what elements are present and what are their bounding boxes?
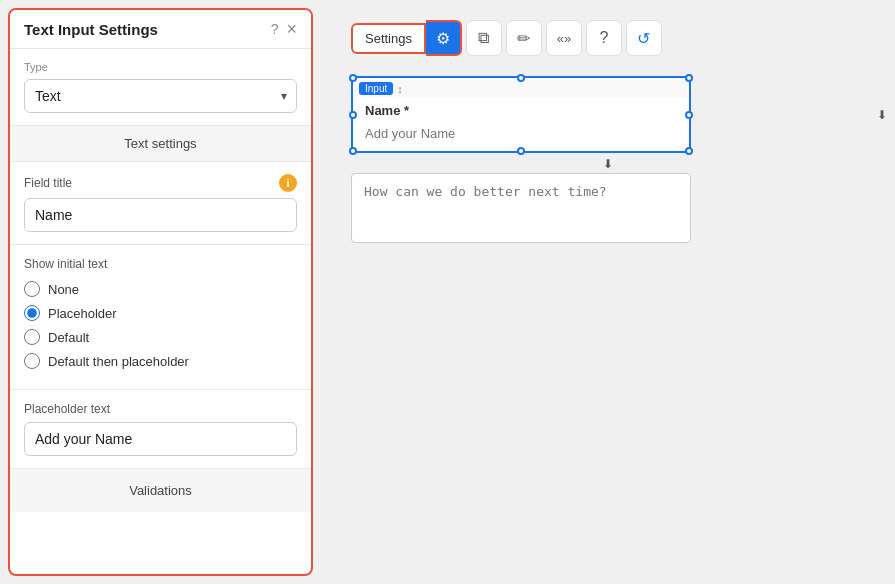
gear-button[interactable]: ⚙	[426, 20, 462, 56]
code-icon: «»	[557, 31, 571, 46]
input-badge: Input	[359, 82, 393, 95]
field-title-input[interactable]	[24, 198, 297, 232]
question-icon: ?	[600, 29, 609, 47]
type-select-wrapper: Text Email Number Password ▾	[24, 79, 297, 113]
placeholder-input[interactable]	[24, 422, 297, 456]
toolbar: Settings ⚙ ⧉ ✏ «» ? ↺	[351, 20, 662, 56]
panel-title: Text Input Settings	[24, 21, 158, 38]
form-field-input[interactable]	[355, 120, 687, 149]
radio-default-label: Default	[48, 330, 89, 345]
close-button[interactable]: ×	[286, 20, 297, 38]
right-area: Settings ⚙ ⧉ ✏ «» ? ↺ Input ↕	[321, 0, 895, 584]
placeholder-label: Placeholder text	[24, 402, 110, 416]
validations-footer[interactable]: Validations	[10, 469, 311, 512]
input-widget-top-bar: Input ↕	[355, 80, 687, 97]
copy-button[interactable]: ⧉	[466, 20, 502, 56]
show-initial-text-label: Show initial text	[24, 257, 297, 271]
move-icon: ↕	[397, 83, 403, 95]
radio-placeholder-input[interactable]	[24, 305, 40, 321]
edit-button[interactable]: ✏	[506, 20, 542, 56]
gear-icon: ⚙	[436, 29, 450, 48]
code-button[interactable]: «»	[546, 20, 582, 56]
radio-default[interactable]: Default	[24, 329, 297, 345]
settings-button-group: Settings ⚙	[351, 20, 462, 56]
radio-placeholder[interactable]: Placeholder	[24, 305, 297, 321]
text-settings-header: Text settings	[10, 126, 311, 162]
show-initial-text-section: Show initial text None Placeholder Defau…	[10, 245, 311, 390]
form-field-label: Name *	[355, 97, 687, 120]
placeholder-label-row: Placeholder text	[24, 402, 297, 416]
radio-none-input[interactable]	[24, 281, 40, 297]
textarea-widget[interactable]	[351, 173, 691, 243]
input-widget-wrapper: Input ↕ Name * ⬇ ⬇	[351, 76, 865, 153]
download-icon-bottom: ⬇	[603, 157, 613, 171]
type-section: Type Text Email Number Password ▾	[10, 49, 311, 126]
refresh-icon: ↺	[637, 29, 650, 48]
type-select[interactable]: Text Email Number Password	[24, 79, 297, 113]
field-title-section: Field title i	[10, 162, 311, 245]
help-button[interactable]: ?	[271, 22, 279, 36]
copy-icon: ⧉	[478, 29, 489, 47]
pencil-icon: ✏	[517, 29, 530, 48]
input-widget[interactable]: Input ↕ Name *	[351, 76, 691, 153]
help-toolbar-button[interactable]: ?	[586, 20, 622, 56]
radio-none[interactable]: None	[24, 281, 297, 297]
info-icon[interactable]: i	[279, 174, 297, 192]
settings-button[interactable]: Settings	[351, 23, 426, 54]
radio-dtp-label: Default then placeholder	[48, 354, 189, 369]
radio-placeholder-label: Placeholder	[48, 306, 117, 321]
field-title-label: Field title	[24, 176, 72, 190]
panel-header-icons: ? ×	[271, 20, 297, 38]
link-button[interactable]: ↺	[626, 20, 662, 56]
radio-default-then-placeholder[interactable]: Default then placeholder	[24, 353, 297, 369]
settings-panel: Text Input Settings ? × Type Text Email …	[8, 8, 313, 576]
radio-dtp-input[interactable]	[24, 353, 40, 369]
radio-none-label: None	[48, 282, 79, 297]
settings-label: Settings	[365, 31, 412, 46]
placeholder-section: Placeholder text	[10, 390, 311, 469]
type-label: Type	[24, 61, 297, 73]
download-icon-right: ⬇	[877, 108, 887, 122]
field-title-label-row: Field title i	[24, 174, 297, 192]
panel-body: Type Text Email Number Password ▾ Text s…	[10, 49, 311, 574]
radio-default-input[interactable]	[24, 329, 40, 345]
form-area: Input ↕ Name * ⬇ ⬇	[351, 76, 865, 243]
panel-header: Text Input Settings ? ×	[10, 10, 311, 49]
